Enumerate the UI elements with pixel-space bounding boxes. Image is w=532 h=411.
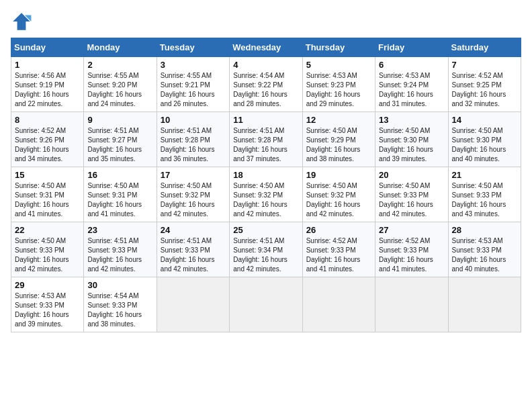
day-info: Sunrise: 4:50 AM Sunset: 9:30 PM Dayligh… <box>379 126 444 164</box>
calendar-week-row: 8 Sunrise: 4:52 AM Sunset: 9:26 PM Dayli… <box>11 112 521 167</box>
sunrise-label: Sunrise: 4:52 AM <box>452 72 503 79</box>
calendar-day-cell: 24 Sunrise: 4:51 AM Sunset: 9:33 PM Dayl… <box>157 222 229 277</box>
day-number: 24 <box>161 225 226 235</box>
calendar-day-cell: 11 Sunrise: 4:51 AM Sunset: 9:28 PM Dayl… <box>230 112 302 167</box>
day-number: 10 <box>161 115 226 125</box>
daylight-label: Daylight: 16 hours and 42 minutes. <box>379 201 433 218</box>
sunset-label: Sunset: 9:23 PM <box>306 81 356 89</box>
daylight-label: Daylight: 16 hours and 43 minutes. <box>452 201 506 218</box>
calendar-week-row: 29 Sunrise: 4:53 AM Sunset: 9:33 PM Dayl… <box>11 277 521 332</box>
day-number: 9 <box>87 115 152 125</box>
day-number: 12 <box>306 115 371 125</box>
sunset-label: Sunset: 9:33 PM <box>379 246 429 254</box>
sunrise-label: Sunrise: 4:55 AM <box>87 72 138 79</box>
daylight-label: Daylight: 16 hours and 42 minutes. <box>161 256 215 273</box>
day-of-week-header: Tuesday <box>157 38 229 57</box>
calendar-table: SundayMondayTuesdayWednesdayThursdayFrid… <box>11 38 521 332</box>
day-info: Sunrise: 4:50 AM Sunset: 9:33 PM Dayligh… <box>15 236 80 274</box>
day-number: 21 <box>452 170 517 180</box>
day-info: Sunrise: 4:50 AM Sunset: 9:31 PM Dayligh… <box>87 181 152 219</box>
day-number: 25 <box>233 225 298 235</box>
daylight-label: Daylight: 16 hours and 42 minutes. <box>233 256 287 273</box>
header <box>11 11 521 32</box>
sunrise-label: Sunrise: 4:51 AM <box>87 127 138 134</box>
calendar-week-row: 1 Sunrise: 4:56 AM Sunset: 9:19 PM Dayli… <box>11 57 521 112</box>
day-info: Sunrise: 4:51 AM Sunset: 9:28 PM Dayligh… <box>233 126 298 164</box>
sunset-label: Sunset: 9:20 PM <box>87 81 137 89</box>
day-info: Sunrise: 4:51 AM Sunset: 9:28 PM Dayligh… <box>161 126 226 164</box>
daylight-label: Daylight: 16 hours and 37 minutes. <box>233 146 287 163</box>
day-info: Sunrise: 4:50 AM Sunset: 9:32 PM Dayligh… <box>306 181 371 219</box>
calendar-day-cell: 9 Sunrise: 4:51 AM Sunset: 9:27 PM Dayli… <box>84 112 157 167</box>
sunset-label: Sunset: 9:25 PM <box>452 81 502 89</box>
day-number: 29 <box>15 280 80 290</box>
sunset-label: Sunset: 9:31 PM <box>87 191 137 199</box>
day-number: 8 <box>15 115 80 125</box>
day-number: 3 <box>161 60 226 70</box>
day-number: 19 <box>306 170 371 180</box>
sunset-label: Sunset: 9:24 PM <box>379 81 429 89</box>
daylight-label: Daylight: 16 hours and 22 minutes. <box>15 91 69 107</box>
day-info: Sunrise: 4:50 AM Sunset: 9:30 PM Dayligh… <box>452 126 517 164</box>
sunset-label: Sunset: 9:30 PM <box>452 136 502 144</box>
calendar-day-cell: 12 Sunrise: 4:50 AM Sunset: 9:29 PM Dayl… <box>302 112 375 167</box>
daylight-label: Daylight: 16 hours and 26 minutes. <box>161 91 215 107</box>
day-number: 1 <box>15 60 80 70</box>
sunset-label: Sunset: 9:32 PM <box>306 191 356 199</box>
daylight-label: Daylight: 16 hours and 42 minutes. <box>15 256 69 273</box>
day-of-week-header: Thursday <box>302 38 375 57</box>
day-number: 30 <box>87 280 152 290</box>
day-info: Sunrise: 4:53 AM Sunset: 9:33 PM Dayligh… <box>15 291 80 329</box>
day-info: Sunrise: 4:52 AM Sunset: 9:25 PM Dayligh… <box>452 71 517 109</box>
day-of-week-header: Sunday <box>11 38 84 57</box>
day-number: 17 <box>161 170 226 180</box>
daylight-label: Daylight: 16 hours and 42 minutes. <box>233 201 287 218</box>
sunrise-label: Sunrise: 4:50 AM <box>15 237 66 244</box>
calendar-day-cell: 29 Sunrise: 4:53 AM Sunset: 9:33 PM Dayl… <box>11 277 84 332</box>
day-number: 27 <box>379 225 444 235</box>
sunset-label: Sunset: 9:32 PM <box>161 191 210 199</box>
sunset-label: Sunset: 9:29 PM <box>306 136 356 144</box>
day-number: 22 <box>15 225 80 235</box>
sunrise-label: Sunrise: 4:50 AM <box>379 127 430 134</box>
day-info: Sunrise: 4:53 AM Sunset: 9:23 PM Dayligh… <box>306 71 371 109</box>
calendar-day-cell: 6 Sunrise: 4:53 AM Sunset: 9:24 PM Dayli… <box>375 57 448 112</box>
sunrise-label: Sunrise: 4:52 AM <box>379 237 430 244</box>
day-of-week-header: Wednesday <box>230 38 302 57</box>
daylight-label: Daylight: 16 hours and 32 minutes. <box>452 91 506 107</box>
sunrise-label: Sunrise: 4:53 AM <box>15 292 66 300</box>
calendar-day-cell: 14 Sunrise: 4:50 AM Sunset: 9:30 PM Dayl… <box>448 112 521 167</box>
daylight-label: Daylight: 16 hours and 42 minutes. <box>306 201 361 218</box>
sunset-label: Sunset: 9:22 PM <box>233 81 283 89</box>
day-number: 6 <box>379 60 444 70</box>
calendar-week-row: 22 Sunrise: 4:50 AM Sunset: 9:33 PM Dayl… <box>11 222 521 277</box>
calendar-day-cell: 1 Sunrise: 4:56 AM Sunset: 9:19 PM Dayli… <box>11 57 84 112</box>
day-number: 20 <box>379 170 444 180</box>
calendar-day-cell: 19 Sunrise: 4:50 AM Sunset: 9:32 PM Dayl… <box>302 167 375 222</box>
day-number: 11 <box>233 115 298 125</box>
calendar-day-cell: 8 Sunrise: 4:52 AM Sunset: 9:26 PM Dayli… <box>11 112 84 167</box>
calendar-header: SundayMondayTuesdayWednesdayThursdayFrid… <box>11 38 521 57</box>
day-of-week-header: Monday <box>84 38 157 57</box>
sunrise-label: Sunrise: 4:56 AM <box>15 72 66 79</box>
day-number: 16 <box>87 170 152 180</box>
sunrise-label: Sunrise: 4:50 AM <box>306 127 357 134</box>
sunrise-label: Sunrise: 4:53 AM <box>379 72 430 79</box>
sunset-label: Sunset: 9:33 PM <box>87 246 137 254</box>
sunset-label: Sunset: 9:28 PM <box>233 136 283 144</box>
calendar-day-cell: 17 Sunrise: 4:50 AM Sunset: 9:32 PM Dayl… <box>157 167 229 222</box>
sunset-label: Sunset: 9:27 PM <box>87 136 137 144</box>
sunset-label: Sunset: 9:31 PM <box>15 191 64 199</box>
logo-icon <box>11 11 32 32</box>
daylight-label: Daylight: 16 hours and 31 minutes. <box>379 91 433 107</box>
sunset-label: Sunset: 9:33 PM <box>15 302 64 309</box>
sunrise-label: Sunrise: 4:53 AM <box>452 237 503 244</box>
calendar-day-cell: 15 Sunrise: 4:50 AM Sunset: 9:31 PM Dayl… <box>11 167 84 222</box>
daylight-label: Daylight: 16 hours and 39 minutes. <box>15 311 69 328</box>
calendar-day-cell: 10 Sunrise: 4:51 AM Sunset: 9:28 PM Dayl… <box>157 112 229 167</box>
sunset-label: Sunset: 9:34 PM <box>233 246 283 254</box>
day-info: Sunrise: 4:50 AM Sunset: 9:31 PM Dayligh… <box>15 181 80 219</box>
sunrise-label: Sunrise: 4:50 AM <box>452 182 503 189</box>
empty-cell <box>157 277 229 332</box>
day-number: 28 <box>452 225 517 235</box>
